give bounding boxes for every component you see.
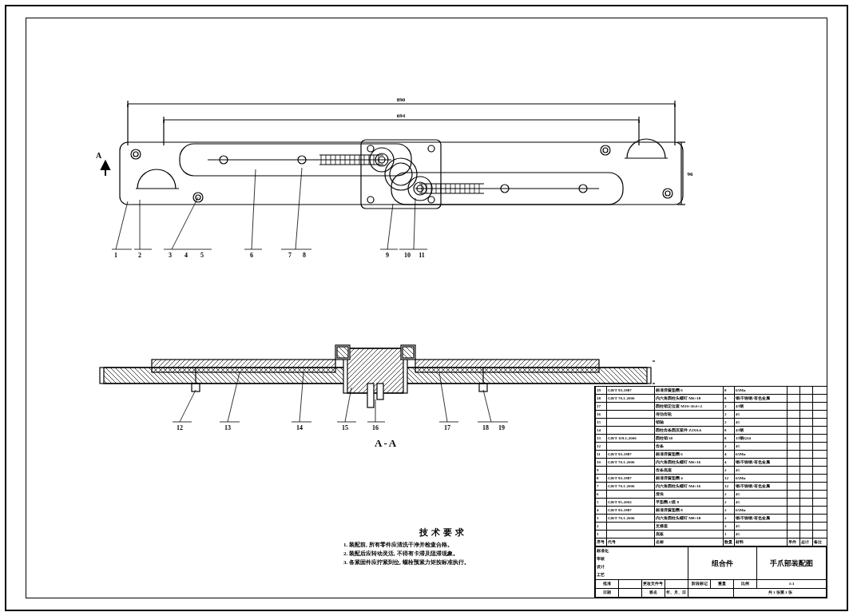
bom-cell: 2: [724, 507, 735, 515]
bom-cell: 标准弹簧垫圈 4: [655, 475, 724, 483]
bom-cell: [800, 515, 813, 523]
bom-cell: [788, 411, 800, 419]
callout-6: 6: [250, 252, 253, 259]
bom-row: 17圆柱销定位套 M10×30.0×2245钢: [596, 403, 827, 411]
bom-cell: 45: [735, 499, 788, 507]
bom-cell: [800, 387, 813, 395]
bom-cell: 4: [724, 451, 735, 459]
bom-cell: 13: [596, 435, 607, 443]
bom-cell: 内六角圆柱头螺钉 M6×16: [655, 459, 724, 467]
bom-cell: 2: [724, 403, 735, 411]
bom-cell: [788, 475, 800, 483]
callout-12: 12: [177, 424, 183, 431]
bom-cell: 8: [724, 395, 735, 403]
bom-cell: 10: [596, 459, 607, 467]
bom-cell: 45: [735, 419, 788, 427]
technical-requirements: 技术要求 1. 装配前, 所有零件应清洗干净并检查合格。 2. 装配后应转动灵活…: [343, 527, 543, 568]
bom-cell: [813, 515, 827, 523]
bom-cell: 齿条: [655, 443, 724, 451]
bom-cell: [813, 427, 827, 435]
bom-cell: 2: [724, 443, 735, 451]
bom-cell: 65Mn: [735, 507, 788, 515]
bom-cell: [800, 451, 813, 459]
callout-17: 17: [444, 424, 450, 431]
bom-cell: [800, 443, 813, 451]
bom-cell: [813, 459, 827, 467]
bom-cell: 15: [596, 419, 607, 427]
svg-point-70: [367, 197, 374, 203]
bom-h-mat: 材料: [735, 539, 788, 546]
bom-cell: 圆柱齿条圆压紧件 Z2X0.6: [655, 427, 724, 435]
svg-rect-99: [403, 347, 414, 358]
bom-table: 19GB/T 93-1987标准弹簧垫圈 6865Mn18GB/T 70.1-2…: [595, 386, 827, 546]
bom-cell: [607, 467, 655, 475]
bom-cell: 钢/不锈钢/有色金属: [735, 483, 788, 491]
callout-5: 5: [200, 252, 204, 259]
scale-value: 1:1: [757, 580, 827, 589]
svg-rect-90: [152, 360, 335, 372]
bom-cell: 3: [596, 515, 607, 523]
tech-req-title: 技术要求: [343, 527, 543, 539]
svg-point-20: [601, 145, 610, 155]
bom-cell: [607, 531, 655, 539]
svg-point-72: [428, 197, 434, 203]
bom-cell: [813, 387, 827, 395]
bom-cell: GB/T 70.1-2000: [607, 483, 655, 491]
bom-cell: [607, 491, 655, 499]
bom-cell: [607, 411, 655, 419]
bom-cell: [800, 491, 813, 499]
bom-cell: [813, 435, 827, 443]
drawing-name: 手爪部装配图: [757, 547, 827, 580]
section-label: A-A: [375, 437, 398, 450]
bom-h-w2: 总计: [800, 539, 813, 546]
svg-line-80: [252, 169, 256, 249]
svg-point-68: [390, 163, 412, 185]
dim-h: 96: [688, 171, 694, 177]
bom-cell: 平垫圈-C级 8: [655, 499, 724, 507]
bom-cell: GB/T 119.1-2000: [607, 435, 655, 443]
bom-cell: [800, 459, 813, 467]
bom-cell: GB/T 70.1-2000: [607, 515, 655, 523]
bom-cell: 18: [596, 395, 607, 403]
bom-cell: 45: [735, 411, 788, 419]
bom-cell: [800, 427, 813, 435]
svg-point-19: [665, 191, 670, 196]
bom-row: 15销轴245: [596, 419, 827, 427]
bom-row: 10GB/T 70.1-2000内六角圆柱头螺钉 M6×164钢/不锈钢/有色金…: [596, 459, 827, 467]
bom-cell: 内六角圆柱头螺钉 M6×18: [655, 395, 724, 403]
bom-cell: 45: [735, 443, 788, 451]
bom-row: 11GB/T 93-1987标准弹簧垫圈 6465Mn: [596, 451, 827, 459]
bom-cell: 65Mn: [735, 451, 788, 459]
title-block: 19GB/T 93-1987标准弹簧垫圈 6865Mn18GB/T 70.1-2…: [594, 386, 827, 598]
bom-cell: 17: [596, 403, 607, 411]
svg-point-14: [131, 149, 141, 159]
bom-row: 14圆柱齿条圆压紧件 Z2X0.6845钢: [596, 427, 827, 435]
bom-cell: 钢/不锈钢/有色金属: [735, 515, 788, 523]
svg-point-15: [133, 152, 138, 157]
bom-cell: 底板: [655, 531, 724, 539]
bom-cell: 14: [596, 427, 607, 435]
bom-cell: [788, 443, 800, 451]
bom-cell: 2: [724, 491, 735, 499]
bom-cell: [800, 507, 813, 515]
bom-cell: 11: [596, 451, 607, 459]
bom-cell: 8: [724, 435, 735, 443]
callout-2: 2: [138, 252, 141, 259]
bom-cell: 6: [596, 491, 607, 499]
callout-3: 3: [169, 252, 172, 259]
bom-cell: 标准弹簧垫圈 6: [655, 451, 724, 459]
bom-cell: [800, 467, 813, 475]
bom-cell: 16: [596, 411, 607, 419]
bom-row: 3GB/T 70.1-2000内六角圆柱头螺钉 M8×182钢/不锈钢/有色金属: [596, 515, 827, 523]
bom-row: 7GB/T 70.1-2000内六角圆柱头螺钉 M4×1612钢/不锈钢/有色金…: [596, 483, 827, 491]
bom-cell: 内六角圆柱头螺钉 M8×18: [655, 515, 724, 523]
svg-point-21: [603, 148, 608, 153]
bom-cell: 8: [724, 387, 735, 395]
bom-cell: [788, 419, 800, 427]
bom-cell: [813, 523, 827, 531]
bom-cell: GB/T 70.1-2000: [607, 395, 655, 403]
bom-cell: 12: [724, 483, 735, 491]
callout-10: 10: [404, 252, 411, 259]
bom-cell: [607, 419, 655, 427]
bom-cell: 4: [724, 459, 735, 467]
